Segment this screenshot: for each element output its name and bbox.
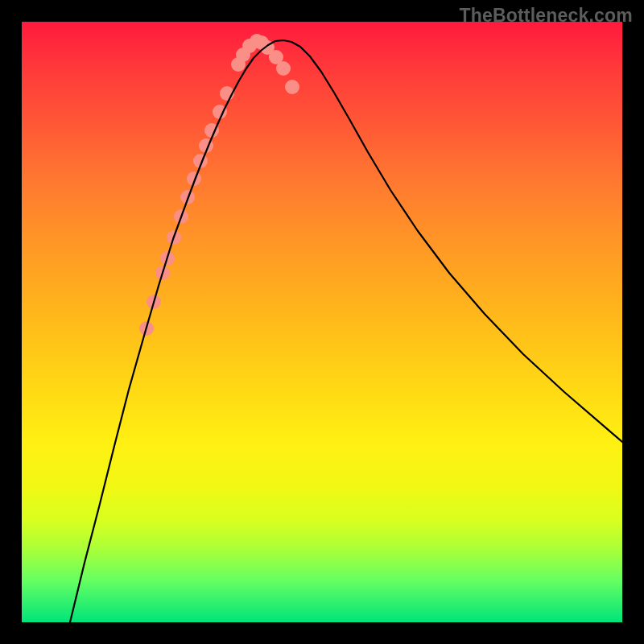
chart-svg bbox=[22, 22, 622, 622]
watermark-text: TheBottleneck.com bbox=[459, 5, 633, 27]
gradient-plot-area bbox=[22, 22, 622, 622]
highlight-dot bbox=[276, 61, 291, 76]
highlight-dots-group bbox=[139, 34, 299, 336]
highlight-dot bbox=[285, 80, 299, 94]
